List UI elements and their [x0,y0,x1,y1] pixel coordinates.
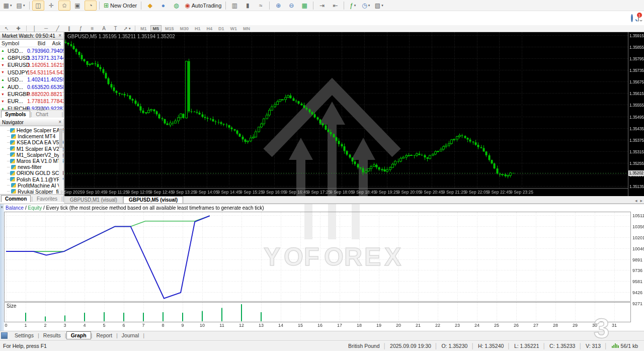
community-chat-icon[interactable]: 1 [638,15,639,21]
navigator-item[interactable]: ─KSEA DCA EA V5.0 [0,139,63,145]
close-icon[interactable]: × [58,120,61,125]
column-header-ask: Ask [45,40,62,46]
auto-scroll-button[interactable]: ⇥ [316,1,328,11]
indicators-button[interactable]: ƒ▾ [347,1,359,11]
tester-tab-report[interactable]: Report [92,332,116,338]
legend-description: / Every tick (the most precise method ba… [42,205,264,211]
time-axis-label: 9 Sep 16:45 [285,190,308,195]
timeframe-m30[interactable]: M30 [178,25,192,32]
symbol-cell: USD... [6,48,27,54]
close-icon[interactable]: × [1,205,3,210]
timeframe-m15[interactable]: M15 [163,25,177,32]
navigator-item[interactable]: ─M1_ScalperV2_by@ [0,152,63,158]
search-glass-shape [631,14,633,22]
timeframe-h1[interactable]: H1 [192,25,203,32]
market-watch-row[interactable]: ▼EURGBP0.882020.88217 [0,90,63,98]
price-axis-label: 1.35495 [629,115,644,120]
expert-advisor-icon [10,152,15,157]
navigator-item[interactable]: ─ProfitMachine AI V [0,183,63,189]
navigator-tab-favorites[interactable]: Favorites [33,196,61,202]
market-watch-row[interactable]: ▼USDJPY154.531154.543 [0,69,63,76]
navigator-item[interactable]: ─Indicement MT4 [0,133,63,139]
toolbar-separator [313,2,313,10]
market-watch-tab-symbols[interactable]: Symbols [1,111,30,118]
channel-tool[interactable]: ∥ [64,25,74,32]
tester-tab-results[interactable]: Results [39,332,65,338]
chart-tab-m1[interactable]: GBPUSD,M1 (visual) [64,196,123,203]
navigator-item[interactable]: ─Polish EA 1.1@YFP [0,176,63,183]
navigator-tab-common[interactable]: Common [1,195,31,202]
market-watch-row[interactable]: ▲GBPUSD1.317371.31744 [0,54,63,61]
zoom-in-button[interactable]: ⊕ [272,1,284,11]
navigator-item[interactable]: ─news-filter [0,164,63,170]
bid-cell: 0.79396 [27,48,46,54]
crosshair-tool[interactable]: ✚ [13,25,24,32]
terminal-toggle[interactable]: ▣ [71,1,84,11]
tester-tab-graph[interactable]: Graph [66,331,91,339]
zoom-out-button[interactable]: ⊖ [285,1,297,11]
tester-tab-journal[interactable]: Journal [118,332,143,338]
autotrading-button[interactable]: ◉AutoTrading [183,1,223,11]
chart-candles-button[interactable]: ▮ [242,1,254,11]
chart-tab-m5[interactable]: GBPUSD,M5 (visual) [123,196,183,203]
data-window-toggle[interactable]: ✛ [45,1,57,11]
experts-button[interactable]: ● [157,1,169,11]
market-watch-row[interactable]: ▼EURUSD1.162051.16219 [0,62,63,69]
new-order-button[interactable]: ⊞New Order [102,1,138,11]
timeframe-m1[interactable]: M1 [138,25,149,32]
cursor-tool[interactable]: ↖ [2,25,12,32]
timeframe-mn[interactable]: MN [240,25,253,32]
periods-button[interactable]: ◷▾ [360,1,372,11]
tester-graph-canvas[interactable] [0,204,644,332]
metaeditor-button[interactable]: ◆ [144,1,156,11]
navigator-item[interactable]: ─ORION GOLD SCAL [0,170,63,176]
navigator-item[interactable]: ─M1 Scalper EA V2@ [0,146,63,152]
profiles-icon: ▤ [17,2,22,9]
time-axis-label: 9 Sep 14:45 [217,190,240,195]
fibonacci-icon: ƒ [79,26,83,31]
tester-tab-settings[interactable]: Settings [11,332,38,338]
market-watch-row[interactable]: ▲USD...0.793960.79405 [0,47,63,54]
fibonacci-tool[interactable]: ƒ [75,25,86,32]
graph-y-label: 10356 [632,224,644,229]
market-watch-toggle[interactable]: ◫ [32,1,44,11]
market-watch-row[interactable]: ▲USD...1.402411.40259 [0,76,63,83]
vertical-line-tool[interactable]: │ [29,25,40,32]
timeframe-h4[interactable]: H4 [204,25,215,32]
navigator-scrollbar[interactable] [59,127,63,194]
market-watch-row[interactable]: ▲AUD...0.653520.65358 [0,83,63,90]
current-price-box: 1.35202 [628,170,644,176]
new-chart-button[interactable]: ▦▾ [2,1,14,11]
navigator-toggle[interactable]: ✩ [58,1,70,11]
tile-windows-button[interactable]: ▦ [298,1,310,11]
lines-more-tool[interactable]: ≡ [87,25,98,32]
horizontal-line-tool[interactable]: ─ [41,25,51,32]
templates-button[interactable]: ▧▾ [373,1,385,11]
price-chart-canvas[interactable] [64,32,644,196]
chart-bars-button[interactable]: ▥ [228,1,240,11]
timeframe-w1[interactable]: W1 [228,25,240,32]
strategy-tester-toggle[interactable]: ◔ [85,1,97,11]
bar [615,343,616,348]
trendline-tool[interactable]: ╱ [52,25,63,32]
profiles-button[interactable]: ▤▾ [15,1,27,11]
navigator-item[interactable]: ─Maros EA V1.0 MT4 [0,158,63,164]
arrows-tool[interactable]: ➚▾ [122,25,132,32]
market-watch-tab-tick-chart[interactable]: Tick Chart [32,106,61,118]
timeframe-d1[interactable]: D1 [216,25,227,32]
price-axis-label: 1.35675 [629,79,644,84]
navigator-item[interactable]: ─Hedge Scalper EA 2 [0,127,63,133]
market-watch-row[interactable]: ▼EUR...1.778181.77842 [0,98,63,105]
tab-scroll-left-icon[interactable]: ◂ [633,198,639,203]
close-icon[interactable]: × [58,33,61,38]
text-tool[interactable]: A [99,25,109,32]
tab-scroll-right-icon[interactable]: ▸ [638,198,644,203]
timeframe-m5[interactable]: M5 [150,25,162,32]
search-icon[interactable] [631,15,633,21]
label-tool[interactable]: T [110,25,121,32]
bid-cell: 0.65352 [27,84,46,90]
chart-line-button[interactable]: ≈ [255,1,267,11]
community-button[interactable]: ◍ [170,1,182,11]
scrollbar-thumb[interactable] [59,129,62,148]
chart-shift-button[interactable]: ⇤ [329,1,341,11]
